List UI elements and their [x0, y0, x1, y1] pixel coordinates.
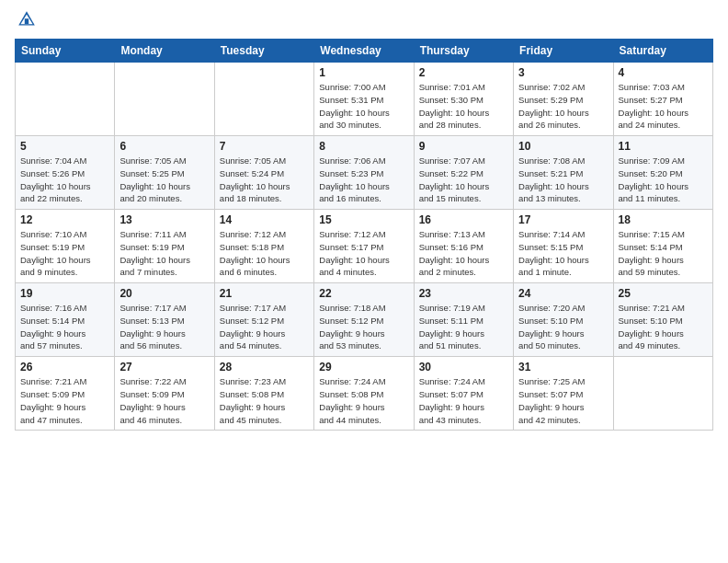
- day-number: 2: [419, 66, 508, 79]
- day-info: Sunrise: 7:01 AM Sunset: 5:30 PM Dayligh…: [419, 81, 508, 132]
- day-info: Sunrise: 7:16 AM Sunset: 5:14 PM Dayligh…: [20, 302, 109, 352]
- day-number: 23: [419, 287, 508, 300]
- day-info: Sunrise: 7:05 AM Sunset: 5:25 PM Dayligh…: [119, 155, 209, 205]
- day-number: 5: [20, 140, 109, 153]
- day-info: Sunrise: 7:08 AM Sunset: 5:21 PM Dayligh…: [518, 155, 608, 205]
- calendar-day-cell: 10Sunrise: 7:08 AM Sunset: 5:21 PM Dayli…: [514, 136, 613, 210]
- day-number: 29: [319, 361, 408, 373]
- weekday-header: Saturday: [613, 40, 712, 63]
- weekday-header: Sunday: [16, 40, 115, 63]
- calendar-day-cell: 19Sunrise: 7:16 AM Sunset: 5:14 PM Dayli…: [16, 283, 115, 357]
- calendar-day-cell: [613, 357, 712, 431]
- calendar-day-cell: 24Sunrise: 7:20 AM Sunset: 5:10 PM Dayli…: [514, 283, 613, 357]
- day-number: 9: [419, 140, 508, 153]
- day-number: 15: [319, 213, 408, 226]
- header: [15, 9, 713, 33]
- day-info: Sunrise: 7:02 AM Sunset: 5:29 PM Dayligh…: [518, 81, 608, 132]
- logo-icon: [17, 9, 37, 29]
- calendar-day-cell: 31Sunrise: 7:25 AM Sunset: 5:07 PM Dayli…: [514, 357, 613, 431]
- day-number: 26: [20, 361, 109, 373]
- day-number: 10: [518, 140, 608, 153]
- calendar-day-cell: 11Sunrise: 7:09 AM Sunset: 5:20 PM Dayli…: [613, 136, 712, 210]
- day-number: 1: [319, 66, 408, 79]
- day-info: Sunrise: 7:17 AM Sunset: 5:13 PM Dayligh…: [119, 302, 209, 352]
- day-number: 4: [619, 66, 708, 79]
- weekday-header: Monday: [115, 40, 214, 63]
- calendar-day-cell: 6Sunrise: 7:05 AM Sunset: 5:25 PM Daylig…: [115, 136, 214, 210]
- day-info: Sunrise: 7:12 AM Sunset: 5:17 PM Dayligh…: [319, 228, 408, 279]
- day-number: 27: [119, 361, 209, 373]
- day-number: 17: [518, 213, 608, 226]
- day-info: Sunrise: 7:06 AM Sunset: 5:23 PM Dayligh…: [319, 155, 408, 205]
- day-number: 13: [119, 213, 209, 226]
- calendar-day-cell: [115, 63, 214, 136]
- day-number: 19: [20, 287, 109, 300]
- day-number: 31: [518, 361, 608, 373]
- day-info: Sunrise: 7:13 AM Sunset: 5:16 PM Dayligh…: [419, 228, 508, 279]
- calendar-day-cell: 3Sunrise: 7:02 AM Sunset: 5:29 PM Daylig…: [514, 63, 613, 136]
- calendar-day-cell: 12Sunrise: 7:10 AM Sunset: 5:19 PM Dayli…: [16, 210, 115, 283]
- calendar-day-cell: 29Sunrise: 7:24 AM Sunset: 5:08 PM Dayli…: [314, 357, 414, 431]
- calendar-week-row: 26Sunrise: 7:21 AM Sunset: 5:09 PM Dayli…: [16, 357, 713, 431]
- weekday-header: Tuesday: [214, 40, 313, 63]
- day-info: Sunrise: 7:00 AM Sunset: 5:31 PM Dayligh…: [319, 81, 408, 132]
- calendar-day-cell: 22Sunrise: 7:18 AM Sunset: 5:12 PM Dayli…: [314, 283, 414, 357]
- day-number: 21: [220, 287, 309, 300]
- day-number: 11: [619, 140, 708, 153]
- day-info: Sunrise: 7:11 AM Sunset: 5:19 PM Dayligh…: [119, 228, 209, 279]
- day-number: 18: [619, 213, 708, 226]
- day-info: Sunrise: 7:04 AM Sunset: 5:26 PM Dayligh…: [20, 155, 109, 205]
- calendar-day-cell: 2Sunrise: 7:01 AM Sunset: 5:30 PM Daylig…: [414, 63, 513, 136]
- calendar-week-row: 12Sunrise: 7:10 AM Sunset: 5:19 PM Dayli…: [16, 210, 713, 283]
- day-info: Sunrise: 7:15 AM Sunset: 5:14 PM Dayligh…: [619, 228, 708, 279]
- calendar-day-cell: 13Sunrise: 7:11 AM Sunset: 5:19 PM Dayli…: [115, 210, 214, 283]
- calendar-day-cell: 9Sunrise: 7:07 AM Sunset: 5:22 PM Daylig…: [414, 136, 513, 210]
- day-info: Sunrise: 7:24 AM Sunset: 5:07 PM Dayligh…: [419, 375, 508, 426]
- weekday-header: Thursday: [414, 40, 513, 63]
- day-info: Sunrise: 7:21 AM Sunset: 5:10 PM Dayligh…: [619, 302, 708, 352]
- weekday-header: Friday: [514, 40, 613, 63]
- page: SundayMondayTuesdayWednesdayThursdayFrid…: [0, 0, 728, 445]
- day-info: Sunrise: 7:07 AM Sunset: 5:22 PM Dayligh…: [419, 155, 508, 205]
- day-info: Sunrise: 7:17 AM Sunset: 5:12 PM Dayligh…: [220, 302, 309, 352]
- calendar-day-cell: [214, 63, 313, 136]
- day-info: Sunrise: 7:24 AM Sunset: 5:08 PM Dayligh…: [319, 375, 408, 426]
- day-number: 30: [419, 361, 508, 373]
- day-number: 25: [619, 287, 708, 300]
- calendar-day-cell: 26Sunrise: 7:21 AM Sunset: 5:09 PM Dayli…: [16, 357, 115, 431]
- calendar-table: SundayMondayTuesdayWednesdayThursdayFrid…: [15, 39, 713, 431]
- calendar-day-cell: 27Sunrise: 7:22 AM Sunset: 5:09 PM Dayli…: [115, 357, 214, 431]
- calendar-day-cell: 18Sunrise: 7:15 AM Sunset: 5:14 PM Dayli…: [613, 210, 712, 283]
- calendar-day-cell: 7Sunrise: 7:05 AM Sunset: 5:24 PM Daylig…: [214, 136, 313, 210]
- day-info: Sunrise: 7:10 AM Sunset: 5:19 PM Dayligh…: [20, 228, 109, 279]
- day-number: 24: [518, 287, 608, 300]
- calendar-day-cell: 14Sunrise: 7:12 AM Sunset: 5:18 PM Dayli…: [214, 210, 313, 283]
- day-info: Sunrise: 7:21 AM Sunset: 5:09 PM Dayligh…: [20, 375, 109, 426]
- day-number: 14: [220, 213, 309, 226]
- svg-rect-2: [25, 18, 28, 24]
- calendar-day-cell: 4Sunrise: 7:03 AM Sunset: 5:27 PM Daylig…: [613, 63, 712, 136]
- day-info: Sunrise: 7:03 AM Sunset: 5:27 PM Dayligh…: [619, 81, 708, 132]
- calendar-day-cell: 30Sunrise: 7:24 AM Sunset: 5:07 PM Dayli…: [414, 357, 513, 431]
- day-number: 22: [319, 287, 408, 300]
- calendar-day-cell: 28Sunrise: 7:23 AM Sunset: 5:08 PM Dayli…: [214, 357, 313, 431]
- calendar-week-row: 1Sunrise: 7:00 AM Sunset: 5:31 PM Daylig…: [16, 63, 713, 136]
- calendar-day-cell: 1Sunrise: 7:00 AM Sunset: 5:31 PM Daylig…: [314, 63, 414, 136]
- day-number: 3: [518, 66, 608, 79]
- calendar-day-cell: 5Sunrise: 7:04 AM Sunset: 5:26 PM Daylig…: [16, 136, 115, 210]
- day-number: 6: [119, 140, 209, 153]
- logo: [15, 9, 39, 33]
- day-number: 7: [220, 140, 309, 153]
- day-info: Sunrise: 7:25 AM Sunset: 5:07 PM Dayligh…: [518, 375, 608, 426]
- calendar-day-cell: [16, 63, 115, 136]
- day-info: Sunrise: 7:14 AM Sunset: 5:15 PM Dayligh…: [518, 228, 608, 279]
- header-row: SundayMondayTuesdayWednesdayThursdayFrid…: [16, 40, 713, 63]
- day-number: 28: [220, 361, 309, 373]
- day-number: 8: [319, 140, 408, 153]
- calendar-day-cell: 16Sunrise: 7:13 AM Sunset: 5:16 PM Dayli…: [414, 210, 513, 283]
- day-number: 12: [20, 213, 109, 226]
- day-info: Sunrise: 7:18 AM Sunset: 5:12 PM Dayligh…: [319, 302, 408, 352]
- calendar-week-row: 5Sunrise: 7:04 AM Sunset: 5:26 PM Daylig…: [16, 136, 713, 210]
- calendar-day-cell: 25Sunrise: 7:21 AM Sunset: 5:10 PM Dayli…: [613, 283, 712, 357]
- day-number: 20: [119, 287, 209, 300]
